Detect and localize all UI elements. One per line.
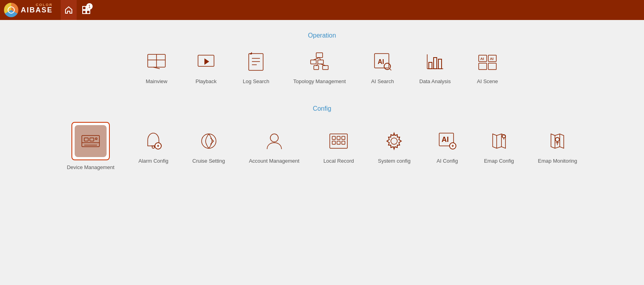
topology-icon bbox=[307, 49, 332, 74]
svg-rect-19 bbox=[314, 66, 319, 70]
mainview-item[interactable]: Mainview bbox=[144, 49, 169, 85]
emap-config-icon bbox=[486, 128, 512, 154]
svg-rect-11 bbox=[249, 54, 263, 70]
account-mgmt-item[interactable]: Account Management bbox=[249, 128, 299, 165]
config-title: Config bbox=[313, 105, 331, 112]
alarm-config-icon bbox=[141, 128, 166, 154]
topology-item[interactable]: Topology Management bbox=[293, 49, 346, 85]
account-mgmt-icon bbox=[262, 128, 287, 154]
ai-scene-label: AI Scene bbox=[477, 78, 498, 85]
ai-search-label: AI Search bbox=[371, 78, 394, 85]
data-analysis-item[interactable]: Data Analysis bbox=[419, 49, 451, 85]
svg-point-59 bbox=[391, 138, 397, 144]
svg-text:AI: AI bbox=[378, 58, 384, 65]
mainview-icon bbox=[144, 49, 169, 74]
emap-config-item[interactable]: Emap Config bbox=[484, 128, 514, 165]
logo-area: COLOR AIBASE bbox=[4, 3, 53, 17]
svg-point-51 bbox=[270, 134, 278, 142]
svg-marker-10 bbox=[204, 58, 209, 65]
main-content: Operation Mainview bbox=[0, 20, 644, 285]
logo-text: COLOR AIBASE bbox=[21, 6, 53, 14]
logo-sub: COLOR bbox=[36, 3, 53, 7]
svg-rect-54 bbox=[337, 136, 340, 140]
device-mgmt-selected-wrapper bbox=[71, 122, 110, 160]
topbar: COLOR AIBASE 1 bbox=[0, 0, 644, 20]
svg-rect-42 bbox=[95, 138, 97, 140]
device-mgmt-label: Device Management bbox=[67, 164, 114, 171]
operation-section: Operation Mainview bbox=[0, 32, 644, 89]
svg-rect-32 bbox=[438, 59, 442, 69]
svg-point-71 bbox=[555, 138, 559, 142]
data-analysis-icon bbox=[422, 49, 448, 74]
svg-line-21 bbox=[319, 58, 321, 60]
svg-rect-16 bbox=[311, 60, 316, 64]
alarm-config-item[interactable]: Alarm Config bbox=[139, 128, 168, 165]
svg-rect-35 bbox=[479, 63, 487, 70]
log-search-icon bbox=[243, 49, 269, 74]
svg-rect-55 bbox=[342, 136, 345, 140]
device-mgmt-item[interactable]: Device Management bbox=[67, 122, 114, 171]
svg-point-26 bbox=[384, 63, 390, 70]
ai-search-icon: AI bbox=[370, 49, 395, 74]
system-config-icon bbox=[381, 128, 407, 154]
ai-scene-icon: AI AI bbox=[475, 49, 500, 74]
local-record-label: Local Record bbox=[323, 158, 354, 165]
operation-icon-grid: Mainview Playback bbox=[144, 49, 500, 85]
svg-rect-53 bbox=[332, 136, 335, 140]
playback-icon bbox=[193, 49, 219, 74]
svg-rect-57 bbox=[337, 141, 340, 144]
svg-text:AI: AI bbox=[442, 136, 449, 143]
emap-monitoring-label: Emap Monitoring bbox=[538, 158, 577, 165]
operation-title: Operation bbox=[308, 32, 336, 39]
topology-label: Topology Management bbox=[293, 78, 346, 85]
data-analysis-label: Data Analysis bbox=[419, 78, 451, 85]
ai-config-item[interactable]: AI AI Config bbox=[434, 128, 460, 165]
emap-monitoring-item[interactable]: Emap Monitoring bbox=[538, 128, 577, 165]
cruise-setting-icon bbox=[196, 128, 222, 154]
cruise-setting-label: Cruise Setting bbox=[192, 158, 225, 165]
ai-config-icon: AI bbox=[434, 128, 460, 154]
playback-label: Playback bbox=[196, 78, 217, 85]
playback-item[interactable]: Playback bbox=[193, 49, 219, 85]
device-mgmt-icon bbox=[75, 125, 107, 157]
svg-rect-41 bbox=[90, 138, 94, 141]
svg-point-0 bbox=[8, 7, 14, 13]
cruise-setting-item[interactable]: Cruise Setting bbox=[192, 128, 225, 165]
logo-icon bbox=[4, 3, 18, 17]
local-record-item[interactable]: Local Record bbox=[323, 128, 354, 165]
emap-monitoring-icon bbox=[545, 128, 570, 154]
svg-line-27 bbox=[390, 69, 391, 70]
svg-text:AI: AI bbox=[490, 57, 493, 61]
svg-rect-30 bbox=[429, 62, 432, 69]
home-nav-icon[interactable] bbox=[61, 0, 77, 20]
svg-point-46 bbox=[152, 146, 155, 148]
svg-rect-1 bbox=[83, 6, 86, 10]
svg-rect-15 bbox=[316, 53, 323, 58]
log-search-label: Log Search bbox=[243, 78, 269, 85]
svg-rect-17 bbox=[318, 60, 323, 64]
svg-rect-56 bbox=[332, 141, 335, 144]
system-config-item[interactable]: System config bbox=[378, 128, 411, 165]
log-search-item[interactable]: Log Search bbox=[243, 49, 269, 85]
nav-badge: 1 bbox=[86, 3, 93, 10]
svg-line-20 bbox=[313, 58, 319, 60]
local-record-icon bbox=[326, 128, 351, 154]
ai-scene-item[interactable]: AI AI AI Scene bbox=[475, 49, 500, 85]
svg-rect-18 bbox=[323, 66, 328, 70]
svg-rect-58 bbox=[342, 141, 345, 144]
svg-rect-4 bbox=[87, 10, 90, 14]
svg-rect-36 bbox=[488, 63, 496, 70]
ai-search-item[interactable]: AI AI Search bbox=[370, 49, 395, 85]
config-icon-grid: Device Management Alarm Config bbox=[67, 122, 577, 171]
ai-config-label: AI Config bbox=[436, 158, 458, 165]
svg-text:AI: AI bbox=[480, 57, 484, 61]
emap-config-label: Emap Config bbox=[484, 158, 514, 165]
nav-icons: 1 bbox=[61, 0, 94, 20]
account-mgmt-label: Account Management bbox=[249, 158, 299, 165]
grid-nav-icon[interactable]: 1 bbox=[78, 0, 94, 20]
system-config-label: System config bbox=[378, 158, 411, 165]
mainview-label: Mainview bbox=[146, 78, 167, 85]
alarm-config-label: Alarm Config bbox=[139, 158, 168, 165]
svg-rect-31 bbox=[434, 58, 437, 69]
svg-rect-3 bbox=[83, 10, 86, 14]
